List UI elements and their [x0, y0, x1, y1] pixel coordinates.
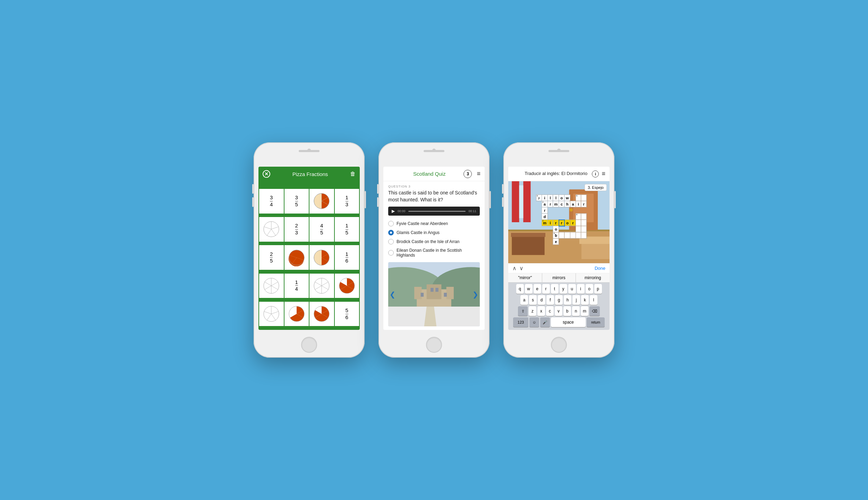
key-r[interactable]: r	[542, 284, 550, 294]
close-button[interactable]: ✕	[263, 170, 270, 178]
radio-1[interactable]	[388, 221, 394, 226]
answer-3[interactable]: Brodick Castle on the Isle of Arran	[388, 237, 480, 246]
cw-cell[interactable]: o	[559, 195, 564, 201]
down-arrow[interactable]: ∨	[519, 265, 524, 272]
cell-15[interactable]	[309, 274, 334, 298]
cw-cell[interactable]: c	[559, 201, 564, 207]
cell-11[interactable]	[309, 245, 334, 270]
carousel-left-arrow[interactable]: ❮	[390, 290, 395, 299]
cw-cell-mirror-o[interactable]: o	[564, 220, 570, 226]
cell-9[interactable]: 25	[259, 245, 284, 270]
cell-18[interactable]	[284, 302, 309, 326]
cw-cell[interactable]: l	[553, 195, 559, 201]
key-x[interactable]: x	[537, 306, 545, 316]
cell-19[interactable]	[309, 302, 334, 326]
cell-14[interactable]: 14	[284, 274, 309, 298]
up-arrow[interactable]: ∧	[512, 265, 517, 272]
answer-1[interactable]: Fyvie Castle near Aberdeen	[388, 219, 480, 228]
radio-2[interactable]	[388, 230, 394, 235]
power-btn[interactable]	[365, 191, 366, 208]
key-f[interactable]: f	[546, 295, 554, 305]
key-y[interactable]: y	[560, 284, 567, 294]
key-n[interactable]: n	[572, 306, 580, 316]
cw-cell[interactable]: l	[547, 195, 553, 201]
key-m[interactable]: m	[581, 306, 588, 316]
cell-2[interactable]: 35	[284, 189, 309, 214]
cell-13[interactable]	[259, 274, 284, 298]
menu-icon-3[interactable]: ≡	[602, 170, 605, 177]
cell-5[interactable]	[259, 217, 284, 242]
autocomplete-2[interactable]: mirrors	[542, 273, 576, 282]
key-s[interactable]: s	[529, 295, 537, 305]
vol-down-btn-2[interactable]	[377, 197, 378, 207]
return-key[interactable]: return	[587, 317, 605, 327]
cell-1[interactable]: 34	[259, 189, 284, 214]
cw-cell-mirror-i[interactable]: i	[547, 220, 553, 226]
cw-cell[interactable]: i	[576, 201, 581, 207]
key-h[interactable]: h	[564, 295, 571, 305]
cell-7[interactable]: 45	[309, 217, 334, 242]
vol-up-btn[interactable]	[252, 184, 254, 194]
cw-cell[interactable]: r	[547, 201, 553, 207]
play-button[interactable]: ▶	[392, 209, 395, 214]
cell-16[interactable]	[335, 274, 359, 298]
vol-down-btn-3[interactable]	[502, 197, 503, 207]
cw-cell[interactable]: m	[553, 201, 559, 207]
shift-key[interactable]: ⇧	[518, 306, 528, 316]
done-button[interactable]: Done	[595, 266, 605, 271]
cw-cell-mirror-r3[interactable]: r	[570, 220, 576, 226]
cw-cell[interactable]	[570, 232, 576, 239]
cw-cell[interactable]: a	[570, 201, 576, 207]
key-e[interactable]: e	[534, 284, 541, 294]
key-l[interactable]: l	[590, 295, 597, 305]
autocomplete-1[interactable]: "mirror"	[508, 273, 542, 282]
key-t[interactable]: t	[551, 284, 559, 294]
cell-4[interactable]: 13	[335, 189, 359, 214]
radio-3[interactable]	[388, 239, 394, 244]
key-a[interactable]: a	[520, 295, 528, 305]
key-z[interactable]: z	[529, 306, 536, 316]
cell-17[interactable]	[259, 302, 284, 326]
key-w[interactable]: w	[525, 284, 533, 294]
home-button-1[interactable]	[301, 337, 317, 353]
key-v[interactable]: v	[555, 306, 562, 316]
carousel-right-arrow[interactable]: ❯	[473, 290, 478, 299]
key-g[interactable]: g	[555, 295, 563, 305]
key-b[interactable]: b	[563, 306, 571, 316]
cw-cell-mirror-r2[interactable]: r	[559, 220, 564, 226]
menu-icon-2[interactable]: ≡	[477, 170, 480, 177]
cw-cell[interactable]: h	[564, 201, 570, 207]
cw-cell-mirror-m[interactable]: 3m	[542, 220, 548, 226]
emoji-key[interactable]: ☺	[529, 317, 539, 327]
answer-2[interactable]: Glamis Castle in Angus	[388, 228, 480, 237]
trash-icon[interactable]: 🗑	[350, 171, 356, 177]
numbers-key[interactable]: 123	[513, 317, 528, 327]
cell-12[interactable]: 16	[335, 245, 359, 270]
power-btn-3[interactable]	[614, 191, 616, 208]
key-q[interactable]: q	[516, 284, 524, 294]
key-i[interactable]: i	[577, 284, 585, 294]
cell-3[interactable]	[309, 189, 334, 214]
key-p[interactable]: p	[594, 284, 602, 294]
mic-key[interactable]: 🎤	[540, 317, 550, 327]
cw-cell[interactable]: r	[581, 201, 587, 207]
power-btn-2[interactable]	[490, 191, 491, 208]
audio-bar[interactable]: ▶ 00:00 00:11	[388, 207, 480, 216]
autocomplete-3[interactable]: mirroring	[576, 273, 610, 282]
cw-cell[interactable]	[559, 232, 564, 239]
answer-4[interactable]: Eilean Donan Castle in the Scottish High…	[388, 246, 480, 259]
key-u[interactable]: u	[568, 284, 576, 294]
vol-down-btn[interactable]	[252, 197, 254, 207]
close-button-3[interactable]: ✕	[512, 170, 520, 178]
cell-8[interactable]: 15	[335, 217, 359, 242]
space-key[interactable]: space	[551, 317, 586, 327]
cw-cell[interactable]: 2a	[542, 201, 548, 207]
cw-cell[interactable]: i	[542, 195, 548, 201]
key-k[interactable]: k	[581, 295, 589, 305]
cw-cell[interactable]: w	[564, 195, 570, 201]
cw-cell[interactable]: 0p	[536, 195, 542, 201]
delete-key[interactable]: ⌫	[589, 306, 600, 316]
home-button-2[interactable]	[426, 337, 442, 353]
cw-cell[interactable]: 4b	[553, 232, 559, 239]
cell-20[interactable]: 56	[335, 302, 359, 326]
